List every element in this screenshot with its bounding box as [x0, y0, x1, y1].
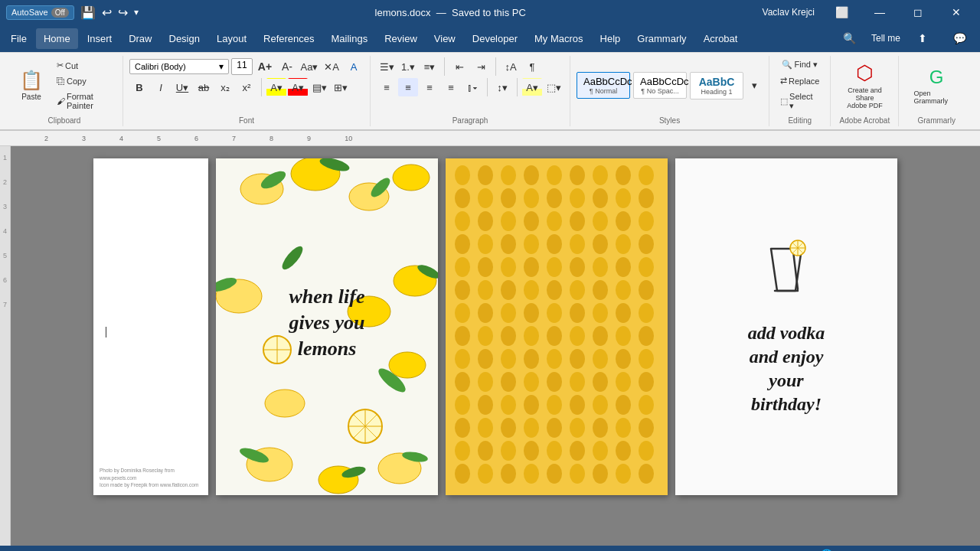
- font-color-button[interactable]: A▾: [288, 78, 308, 96]
- svg-point-79: [501, 280, 516, 300]
- menu-insert[interactable]: Insert: [80, 28, 120, 49]
- text-effects-button[interactable]: A: [344, 57, 364, 76]
- columns-button[interactable]: ⫿▾: [462, 78, 482, 96]
- font-name-dropdown[interactable]: Calibri (Body) ▾: [129, 59, 229, 74]
- svg-point-56: [593, 211, 608, 231]
- menu-grammarly[interactable]: Grammarly: [629, 28, 694, 49]
- align-center-button[interactable]: ≡: [398, 78, 418, 96]
- menu-view[interactable]: View: [426, 28, 463, 49]
- redo-button[interactable]: ↪: [118, 5, 128, 20]
- bold-button[interactable]: B: [129, 78, 149, 96]
- menu-layout[interactable]: Layout: [209, 28, 254, 49]
- increase-indent-button[interactable]: ⇥: [471, 57, 491, 76]
- align-right-button[interactable]: ≡: [420, 78, 439, 96]
- paste-button[interactable]: 📋 Paste: [12, 66, 51, 105]
- save-button[interactable]: 💾: [80, 5, 96, 20]
- styles-group: AaBbCcDc ¶ Normal AaBbCcDc ¶ No Spac... …: [570, 56, 769, 126]
- svg-point-42: [478, 188, 493, 208]
- superscript-button[interactable]: x²: [237, 78, 256, 96]
- border-button[interactable]: ⬚▾: [544, 78, 564, 96]
- svg-point-82: [570, 280, 585, 300]
- svg-point-97: [501, 326, 516, 346]
- svg-point-105: [478, 349, 493, 369]
- copy-button[interactable]: ⿻ Copy: [52, 74, 116, 88]
- bullets-button[interactable]: ☰▾: [377, 57, 397, 76]
- more-commands-button[interactable]: ▾: [134, 7, 139, 18]
- highlight-button[interactable]: A▾: [266, 78, 286, 96]
- shrink-font-button[interactable]: A-: [277, 57, 297, 76]
- focus-button[interactable]: ⊡: [841, 547, 856, 551]
- menu-mymacros[interactable]: My Macros: [527, 28, 591, 49]
- decrease-indent-button[interactable]: ⇤: [449, 57, 469, 76]
- clear-format-button[interactable]: ✕A: [322, 57, 341, 76]
- print-layout-button[interactable]: ⬚: [798, 547, 813, 551]
- comments-button[interactable]: 💬: [942, 26, 977, 51]
- clipboard-group: 📋 Paste ✂ Cut ⿻ Copy 🖌 Format Painter Cl…: [6, 56, 123, 126]
- sort-button[interactable]: ↕A: [501, 57, 521, 76]
- replace-button[interactable]: ⇄ Replace: [776, 73, 824, 88]
- autosave-toggle[interactable]: AutoSave Off: [6, 5, 74, 20]
- find-button[interactable]: 🔍 Find ▾: [777, 57, 822, 72]
- web-layout-button[interactable]: 🌐: [819, 547, 835, 551]
- page-caption: Photo by Dominika Roseclay from www.pexe…: [100, 467, 202, 489]
- menu-home[interactable]: Home: [36, 28, 78, 49]
- close-button[interactable]: ✕: [939, 0, 974, 24]
- search-button[interactable]: 🔍: [831, 26, 867, 51]
- styles-more-button[interactable]: ▾: [746, 77, 763, 95]
- font-size-input[interactable]: 11: [231, 58, 253, 75]
- text-shading-button[interactable]: ▤▾: [309, 78, 329, 96]
- subscript-button[interactable]: x₂: [215, 78, 235, 96]
- style-heading1[interactable]: AaBbC Heading 1: [690, 72, 743, 99]
- share-button[interactable]: ⬆: [905, 26, 940, 51]
- select-button[interactable]: ⬚ Select ▾: [776, 90, 824, 113]
- menu-mailings[interactable]: Mailings: [324, 28, 376, 49]
- numbering-button[interactable]: 1.▾: [398, 57, 418, 76]
- document-canvas[interactable]: Photo by Dominika Roseclay from www.pexe…: [11, 146, 980, 546]
- menu-draw[interactable]: Draw: [121, 28, 159, 49]
- minimize-button[interactable]: —: [862, 0, 897, 24]
- ribbon-display-button[interactable]: ⬜: [824, 0, 859, 24]
- borders-button[interactable]: ⊞▾: [331, 78, 351, 96]
- multilevel-list-button[interactable]: ≡▾: [420, 57, 439, 76]
- svg-point-34: [501, 165, 516, 185]
- strikethrough-button[interactable]: ab: [194, 78, 214, 96]
- svg-point-126: [547, 395, 562, 415]
- svg-point-78: [478, 280, 493, 300]
- format-painter-button[interactable]: 🖌 Format Painter: [52, 90, 116, 112]
- svg-point-127: [570, 395, 585, 415]
- align-left-button[interactable]: ≡: [377, 78, 397, 96]
- cut-button[interactable]: ✂ Cut: [52, 58, 116, 73]
- create-share-pdf-button[interactable]: ⬡ Create and Share Adobe PDF: [837, 57, 892, 113]
- shading-button[interactable]: A▾: [522, 78, 542, 96]
- menu-acrobat[interactable]: Acrobat: [696, 28, 746, 49]
- line-spacing-button[interactable]: ↕▾: [492, 78, 512, 96]
- copy-icon: ⿻: [57, 77, 65, 86]
- grow-font-button[interactable]: A+: [255, 57, 275, 76]
- style-nospace[interactable]: AaBbCcDc ¶ No Spac...: [633, 72, 687, 99]
- maximize-button[interactable]: ◻: [900, 0, 936, 24]
- menu-help[interactable]: Help: [593, 28, 629, 49]
- tell-me-box[interactable]: Tell me: [868, 26, 903, 51]
- underline-button[interactable]: U▾: [172, 78, 192, 96]
- menu-developer[interactable]: Developer: [465, 28, 525, 49]
- undo-button[interactable]: ↩: [102, 5, 112, 20]
- svg-point-106: [501, 349, 516, 369]
- show-formatting-button[interactable]: ¶: [522, 57, 542, 76]
- svg-point-128: [593, 395, 608, 415]
- style-normal[interactable]: AaBbCcDc ¶ Normal: [577, 72, 630, 99]
- svg-point-41: [455, 188, 470, 208]
- svg-point-46: [570, 188, 585, 208]
- menu-references[interactable]: References: [256, 28, 322, 49]
- menu-design[interactable]: Design: [162, 28, 207, 49]
- italic-button[interactable]: I: [151, 78, 171, 96]
- font-group: Calibri (Body) ▾ 11 A+ A- Aa▾ ✕A A B I U…: [123, 56, 371, 126]
- justify-button[interactable]: ≡: [441, 78, 461, 96]
- menu-review[interactable]: Review: [377, 28, 425, 49]
- styles-label: Styles: [577, 115, 763, 125]
- svg-point-68: [455, 257, 470, 277]
- open-grammarly-button[interactable]: G Open Grammarly: [905, 63, 968, 109]
- menu-file[interactable]: File: [3, 28, 34, 49]
- user-name: Vaclav Krejci: [763, 7, 815, 18]
- svg-point-139: [639, 418, 654, 438]
- change-case-button[interactable]: Aa▾: [299, 57, 319, 76]
